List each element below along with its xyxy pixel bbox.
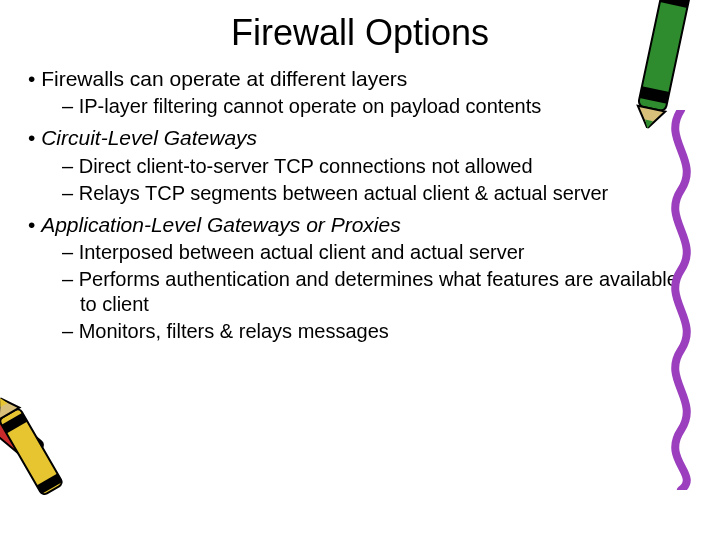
sub-item: Interposed between actual client and act… bbox=[62, 240, 692, 265]
bullet-text: Application-Level Gateways or Proxies bbox=[41, 213, 401, 236]
bullet-item: Application-Level Gateways or Proxies In… bbox=[28, 212, 692, 344]
crayon-yellow-icon bbox=[0, 388, 77, 512]
sub-item: Relays TCP segments between actual clien… bbox=[62, 181, 692, 206]
bullet-item: Firewalls can operate at different layer… bbox=[28, 66, 692, 119]
bullet-text: Firewalls can operate at different layer… bbox=[41, 67, 407, 90]
sub-item: Monitors, filters & relays messages bbox=[62, 319, 692, 344]
bullet-item: Circuit-Level Gateways Direct client-to-… bbox=[28, 125, 692, 205]
bullet-list: Firewalls can operate at different layer… bbox=[28, 66, 692, 344]
sub-list: Direct client-to-server TCP connections … bbox=[28, 154, 692, 206]
sub-list: IP-layer filtering cannot operate on pay… bbox=[28, 94, 692, 119]
bullet-text: Circuit-Level Gateways bbox=[41, 126, 257, 149]
squiggle-icon bbox=[656, 110, 706, 490]
sub-item: IP-layer filtering cannot operate on pay… bbox=[62, 94, 692, 119]
sub-list: Interposed between actual client and act… bbox=[28, 240, 692, 344]
slide: Firewall Options Firewalls can operate a… bbox=[0, 0, 720, 540]
sub-item: Performs authentication and determines w… bbox=[62, 267, 692, 317]
sub-item: Direct client-to-server TCP connections … bbox=[62, 154, 692, 179]
page-title: Firewall Options bbox=[28, 12, 692, 54]
